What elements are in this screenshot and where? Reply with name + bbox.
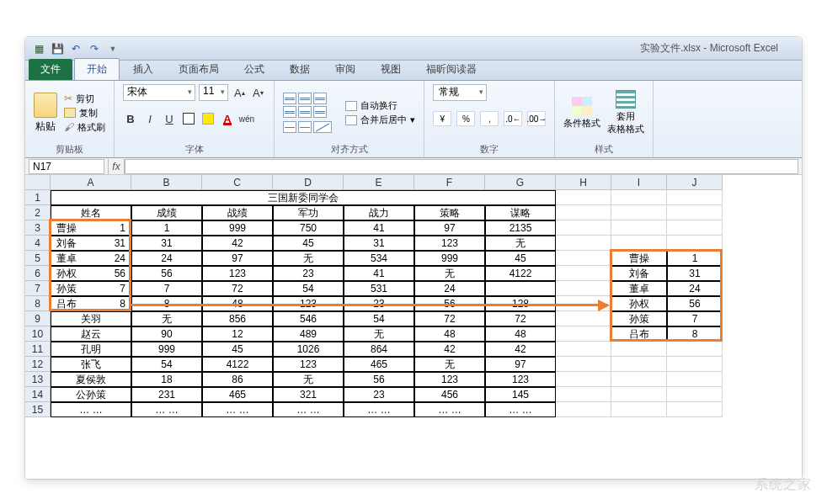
cell[interactable] — [667, 342, 723, 357]
tab-review[interactable]: 审阅 — [323, 59, 367, 80]
tab-home[interactable]: 开始 — [74, 58, 120, 80]
merge-center-button[interactable]: 合并后居中 ▾ — [345, 114, 415, 126]
save-icon[interactable]: 💾 — [51, 42, 64, 56]
cell[interactable]: 42 — [414, 342, 485, 357]
italic-button[interactable]: I — [142, 111, 157, 126]
cell[interactable]: 孙权 — [611, 296, 667, 311]
cell[interactable] — [556, 205, 611, 220]
tab-data[interactable]: 数据 — [278, 59, 322, 80]
cell[interactable]: 董卓 — [611, 281, 667, 296]
cell[interactable]: 23 — [344, 296, 414, 311]
cell[interactable]: 曹操1 — [51, 220, 131, 236]
cell[interactable] — [556, 342, 611, 357]
col-header-I[interactable]: I — [611, 175, 667, 190]
cell[interactable]: 90 — [131, 326, 202, 342]
cell[interactable]: 531 — [344, 281, 414, 296]
cell[interactable]: 456 — [414, 387, 485, 402]
indent-decrease[interactable] — [283, 121, 296, 133]
formula-input[interactable] — [125, 159, 798, 174]
cell[interactable]: 123 — [273, 357, 344, 372]
align-top-left[interactable] — [283, 93, 296, 104]
cell[interactable]: 123 — [414, 372, 485, 387]
undo-icon[interactable]: ↶ — [69, 42, 83, 56]
currency-button[interactable]: ¥ — [433, 111, 451, 126]
cell[interactable]: 谋略 — [485, 205, 556, 220]
cell[interactable]: 1026 — [273, 342, 344, 357]
cell[interactable]: 56 — [131, 266, 202, 281]
tab-foxit[interactable]: 福昕阅读器 — [414, 59, 488, 80]
cell[interactable] — [667, 357, 723, 372]
cell[interactable]: 24 — [667, 281, 723, 296]
cell[interactable]: 孙策 — [611, 311, 667, 326]
cell[interactable]: 公孙策 — [51, 387, 131, 402]
cell[interactable]: … … — [131, 402, 202, 417]
cell[interactable]: 128 — [485, 296, 556, 311]
cell[interactable]: 24 — [131, 251, 202, 266]
cell[interactable]: 4122 — [202, 357, 273, 372]
align-mid-right[interactable] — [313, 106, 327, 118]
cell[interactable] — [611, 402, 667, 417]
cell[interactable] — [556, 266, 611, 281]
paste-button[interactable]: 粘贴 — [34, 93, 57, 134]
cell[interactable]: 23 — [344, 387, 414, 402]
align-mid-center[interactable] — [298, 106, 312, 118]
row-header-2[interactable]: 2 — [25, 205, 51, 220]
cell[interactable]: 856 — [202, 311, 273, 326]
cell[interactable]: 无 — [273, 251, 344, 266]
row-header-15[interactable]: 15 — [25, 402, 51, 417]
orientation-button[interactable] — [313, 121, 332, 133]
underline-button[interactable]: U — [162, 111, 177, 126]
cell[interactable] — [556, 251, 611, 266]
percent-button[interactable]: % — [456, 111, 475, 126]
cell[interactable] — [556, 357, 611, 372]
cell[interactable]: 48 — [202, 296, 273, 311]
cell[interactable]: 31 — [344, 236, 414, 251]
name-box[interactable]: N17 — [29, 159, 104, 174]
cell[interactable]: 72 — [202, 281, 273, 296]
cell[interactable]: 关羽 — [51, 311, 131, 326]
cell[interactable]: 无 — [414, 266, 485, 281]
row-header-14[interactable]: 14 — [25, 387, 51, 402]
cell[interactable]: 489 — [273, 326, 344, 342]
bold-button[interactable]: B — [123, 111, 138, 126]
cell[interactable]: … … — [485, 402, 556, 417]
cell[interactable]: 刘备 — [611, 266, 667, 281]
cell[interactable]: 23 — [273, 266, 344, 281]
cell[interactable] — [556, 236, 611, 251]
cell[interactable]: 赵云 — [51, 326, 131, 342]
row-header-11[interactable]: 11 — [25, 342, 51, 357]
cell[interactable] — [556, 190, 611, 205]
cell[interactable]: 董卓24 — [51, 251, 131, 266]
col-header-F[interactable]: F — [414, 175, 485, 190]
cell[interactable]: 54 — [344, 311, 414, 326]
cell[interactable]: 18 — [131, 372, 202, 387]
format-as-table-button[interactable]: 套用 表格格式 — [607, 90, 644, 135]
cell[interactable]: 7 — [131, 281, 202, 296]
qat-more-icon[interactable]: ▼ — [106, 42, 120, 56]
cell[interactable]: 145 — [485, 387, 556, 402]
font-color-button[interactable]: A — [220, 111, 235, 126]
cell[interactable]: 534 — [344, 251, 414, 266]
cell[interactable] — [667, 205, 723, 220]
row-header-1[interactable]: 1 — [25, 190, 51, 205]
cell[interactable] — [556, 296, 611, 311]
cell[interactable]: 2135 — [485, 220, 556, 236]
cell[interactable]: 321 — [273, 387, 344, 402]
cell[interactable]: 97 — [485, 357, 556, 372]
cell[interactable] — [667, 372, 723, 387]
tab-file[interactable]: 文件 — [29, 59, 72, 80]
row-header-5[interactable]: 5 — [25, 251, 51, 266]
cell[interactable]: 无 — [273, 372, 344, 387]
font-size-select[interactable]: 11 — [199, 84, 228, 101]
col-header-D[interactable]: D — [273, 175, 344, 190]
cell[interactable]: 72 — [414, 311, 485, 326]
cell[interactable]: 孔明 — [51, 342, 131, 357]
format-painter-button[interactable]: 🖌格式刷 — [64, 121, 105, 134]
cell[interactable]: 8 — [667, 326, 723, 342]
cell[interactable]: … … — [414, 402, 485, 417]
cell[interactable]: 1 — [667, 251, 723, 266]
cell[interactable]: 41 — [344, 266, 414, 281]
indent-increase[interactable] — [298, 121, 312, 133]
cell[interactable]: 123 — [273, 296, 344, 311]
cell[interactable] — [611, 387, 667, 402]
